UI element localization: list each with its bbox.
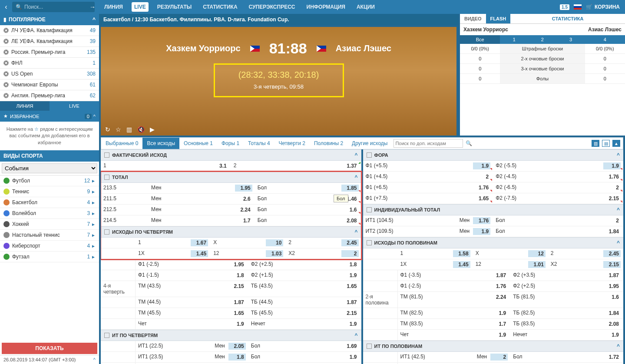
popular-item[interactable]: ЛЕ УЕФА. Квалификация39 [0,36,99,47]
market-header[interactable]: ТОТАЛ^ [101,172,361,183]
market-tab[interactable]: Выбранные 0 [101,138,142,149]
odds-cell[interactable]: Ф2 (-4.5)1.76 [493,172,623,182]
popular-item[interactable]: Англия. Премьер-лига62 [0,90,99,101]
checkbox[interactable] [367,344,372,349]
odds-cell[interactable]: Ф1 (+6.5)1.76 [363,182,493,193]
odds-cell[interactable]: 121.03 [211,248,286,259]
odds-cell[interactable]: Ф2 (+2.5)1.8 [248,259,361,270]
odds-cell[interactable]: Бол1.6 [255,205,361,215]
odds-cell[interactable]: ТБ (83.5)2.08 [510,319,623,329]
odds-cell[interactable]: ТМ (45.5)1.65 [136,308,248,318]
nav-link-результаты[interactable]: РЕЗУЛЬТАТЫ [155,2,195,12]
odds-cell[interactable]: ТМ (82.5)1.9 [398,308,511,318]
odds-cell[interactable]: Бол1.69 [248,341,361,351]
rc-tab-flash[interactable]: FLASH [486,14,511,23]
odds-cell[interactable]: ТБ (82.5)1.84 [510,308,623,318]
chevron-up-icon[interactable]: ^ [93,114,96,119]
odds-cell[interactable]: ИТ1 (42.5)Мен2 [398,352,511,362]
odds-cell[interactable]: X10 [211,238,286,248]
video-icon[interactable]: ▶ [150,126,155,133]
odds-cell[interactable]: 1X1.45 [398,259,473,270]
odds-cell[interactable]: 22.45 [548,248,623,259]
star-icon[interactable]: ☆ [116,126,121,133]
stat-col[interactable]: 1 [500,35,528,44]
odds-cell[interactable]: Бол1.84 [493,226,623,237]
odds-cell[interactable]: Мен2.6 [149,194,255,204]
nav-link-суперэкспресс[interactable]: СУПЕРЭКСПРЕСС [246,2,298,12]
collapse-icon[interactable]: ^ [354,229,357,235]
popular-item[interactable]: ЛЧ УЕФА. Квалификация49 [0,25,99,36]
market-tab[interactable]: Все исходы [142,138,179,149]
odds-cell[interactable]: 13.1 [101,161,231,171]
odds-cell[interactable]: ИТ1 (104.5)Мен1.76 [363,215,493,226]
market-tab[interactable]: Другие исходы [347,138,392,149]
odds-cell[interactable]: Бол1.46Бол [255,194,361,204]
odds-cell[interactable]: Чет1.9 [398,330,511,340]
odds-cell[interactable]: Ф2 (+3.5)1.87 [510,270,623,281]
collapse-all-icon[interactable]: ▲ [612,140,620,147]
odds-cell[interactable]: Ф1 (-2.5)1.95 [136,259,248,270]
odds-cell[interactable]: ИТ2 (109.5)Мен1.9 [363,226,493,237]
market-tab[interactable]: Четверти 2 [274,138,310,149]
sport-item[interactable]: Волейбол3► [0,208,99,219]
odds-cell[interactable]: 21.37 [231,161,361,171]
sport-item[interactable]: Настольный теннис7► [0,230,99,241]
sidebar-tab-live[interactable]: LIVE [50,101,99,111]
checkbox[interactable] [367,240,372,245]
nav-link-статистика[interactable]: СТАТИСТИКА [200,2,240,12]
odds-cell[interactable]: 11.67 [136,238,211,248]
odds-cell[interactable]: 121.01 [473,259,548,270]
lang-flag-ru[interactable] [574,4,582,10]
collapse-icon[interactable]: ^ [617,240,620,246]
back-button[interactable]: ‹ [0,3,12,11]
odds-cell[interactable]: Нечет1.9 [510,330,623,340]
refresh-icon[interactable]: ↻ [105,126,110,133]
market-tab[interactable]: Половины 2 [310,138,347,149]
market-header[interactable]: ИНДИВИДУАЛЬНЫЙ ТОТАЛ^ [363,204,624,215]
odds-cell[interactable]: ТБ (44.5)1.87 [248,297,361,308]
sport-item[interactable]: Баскетбол4► [0,197,99,208]
rc-tab-stats[interactable]: СТАТИСТИКА [510,14,625,23]
sports-filter-select[interactable]: События [2,163,97,173]
odds-cell[interactable]: X22.15 [548,259,623,270]
odds-cell[interactable]: Ф1 (+5.5)1.9 [363,161,493,171]
market-search-input[interactable] [394,139,463,148]
search-go-icon[interactable]: → [89,3,96,10]
odds-cell[interactable]: Ф1 (-3.5)1.87 [398,270,511,281]
popular-header[interactable]: ▮ ПОПУЛЯРНОЕ ^ [0,14,99,25]
mute-icon[interactable]: 🔇 [137,126,145,133]
market-search-icon[interactable]: 🔍 [463,140,475,146]
odds-cell[interactable]: Мен1.95 [149,183,255,193]
sport-item[interactable]: Футбол12► [0,175,99,186]
stat-col[interactable]: 2 [528,35,556,44]
odds-cell[interactable]: Ф1 (+4.5)2 [363,172,493,182]
odds-cell[interactable]: Чет1.9 [136,319,248,329]
collapse-icon[interactable]: ^ [354,174,357,180]
market-header[interactable]: ИТ ПО ЧЕТВЕРТЯМ^ [101,330,361,341]
odds-cell[interactable]: Ф1 (+7.5)1.65 [363,193,493,204]
odds-cell[interactable]: 1X1.45 [136,248,211,259]
odds-cell[interactable]: ИТ1 (22.5)Мен2.05 [136,341,248,351]
sport-item[interactable]: Киберспорт4► [0,241,99,251]
nav-link-акции[interactable]: АКЦИИ [354,2,377,12]
collapse-icon[interactable]: ^ [617,152,620,158]
cart-button[interactable]: 🛒 КОРЗИНА [586,4,620,10]
odds-cell[interactable]: Ф1 (-2.5)1.76 [398,281,511,291]
market-header[interactable]: ФАКТИЧЕСКИЙ ИСХОД^ [101,149,361,161]
odds-cell[interactable]: ТМ (83.5)1.7 [398,319,511,329]
favorites-header[interactable]: ★ ИЗБРАННОЕ 0 ^ [0,111,99,122]
nav-link-live[interactable]: LIVE [132,2,149,12]
chevron-up-icon[interactable]: ^ [93,17,96,23]
popular-item[interactable]: Россия. Премьер-лига135 [0,47,99,58]
popular-item[interactable]: Чемпионат Европы61 [0,79,99,90]
rc-tab-video[interactable]: ВИДЕО [460,14,486,23]
odds-cell[interactable]: Бол1.85 [255,183,361,193]
odds-cell[interactable]: ТМ (44.5)1.87 [136,297,248,308]
popular-item[interactable]: ФНЛ1 [0,58,99,69]
stat-col[interactable]: 4 [585,35,625,44]
odds-cell[interactable]: ТМ (81.5)2.24 [398,292,511,308]
odds-cell[interactable]: Нечет1.9 [248,319,361,329]
search-input[interactable] [24,4,89,10]
market-tab[interactable]: Форы 1 [217,138,244,149]
show-button[interactable]: ПОКАЗАТЬ [2,343,97,354]
